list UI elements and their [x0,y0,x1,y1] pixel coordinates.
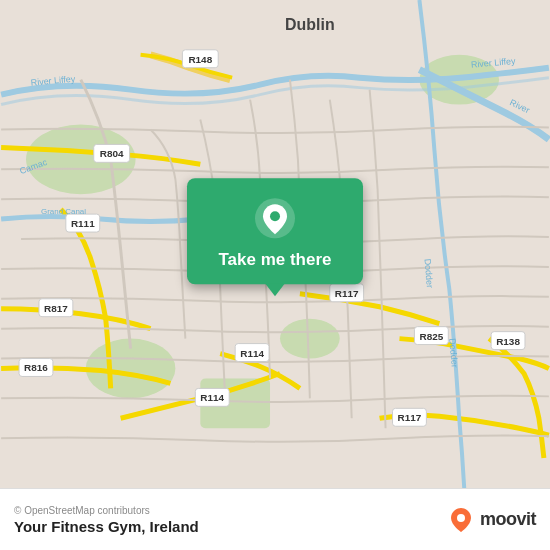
svg-text:R816: R816 [24,362,48,373]
bottom-left-info: © OpenStreetMap contributors Your Fitnes… [14,505,199,535]
moovit-brand-text: moovit [480,509,536,530]
svg-text:R148: R148 [188,54,212,65]
app-container: R148 R804 R111 R817 R816 R114 R114 R117 [0,0,550,550]
moovit-pin-icon [447,506,475,534]
moovit-logo: moovit [447,506,536,534]
map-attribution: © OpenStreetMap contributors [14,505,199,516]
take-me-there-button[interactable]: Take me there [218,250,331,270]
svg-text:R111: R111 [71,218,95,229]
svg-point-38 [457,514,465,522]
svg-text:R117: R117 [335,288,359,299]
svg-text:R117: R117 [398,412,422,423]
svg-text:Grand Canal: Grand Canal [41,207,86,216]
svg-text:R825: R825 [419,331,443,342]
svg-text:Dublin: Dublin [285,16,335,33]
popup-card[interactable]: Take me there [187,178,363,284]
svg-text:R817: R817 [44,303,68,314]
bottom-bar: © OpenStreetMap contributors Your Fitnes… [0,488,550,550]
svg-point-3 [280,319,340,359]
svg-point-37 [270,211,280,221]
location-name: Your Fitness Gym, Ireland [14,518,199,535]
svg-text:R114: R114 [200,392,224,403]
svg-text:R804: R804 [100,148,124,159]
map-area[interactable]: R148 R804 R111 R817 R816 R114 R114 R117 [0,0,550,488]
svg-text:R138: R138 [496,336,520,347]
svg-text:R114: R114 [240,348,264,359]
location-pin-icon [253,196,297,240]
